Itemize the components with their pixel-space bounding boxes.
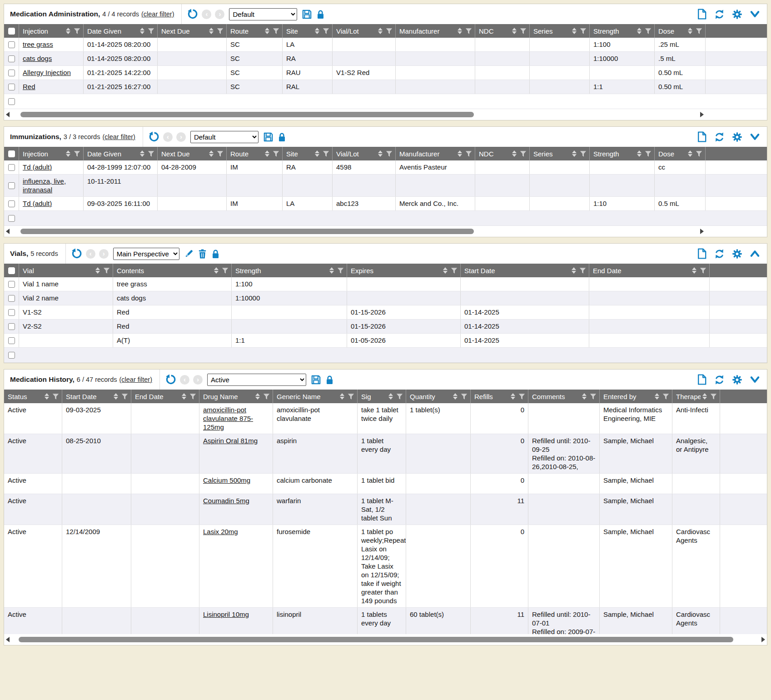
sort-icon[interactable] — [45, 393, 49, 400]
sort-icon[interactable] — [209, 150, 214, 157]
sort-icon[interactable] — [95, 267, 100, 274]
prev-page-icon[interactable]: ‹ — [180, 375, 189, 385]
filter-icon[interactable] — [645, 150, 652, 157]
prev-page-icon[interactable]: ‹ — [163, 132, 173, 142]
scroll-left-icon[interactable] — [6, 229, 10, 234]
column-header-series[interactable]: Series — [530, 24, 590, 38]
filter-icon[interactable] — [696, 28, 702, 35]
row-checkbox[interactable] — [8, 323, 15, 330]
filter-icon[interactable] — [148, 150, 154, 157]
injection-link[interactable]: Td (adult) — [23, 163, 52, 171]
column-header-contents[interactable]: Contents — [113, 264, 232, 277]
row-checkbox[interactable] — [8, 41, 15, 48]
column-header-vial[interactable]: Vial — [19, 264, 113, 277]
column-header-route[interactable]: Route — [227, 147, 283, 160]
filter-icon[interactable] — [580, 28, 587, 35]
sort-icon[interactable] — [511, 393, 515, 400]
sort-icon[interactable] — [329, 267, 334, 274]
horizontal-scrollbar[interactable] — [4, 635, 767, 644]
next-page-icon[interactable]: › — [193, 375, 203, 385]
lock-icon[interactable] — [316, 9, 325, 20]
column-header-start-date[interactable]: Start Date — [461, 264, 589, 277]
prev-page-icon[interactable]: ‹ — [202, 10, 211, 19]
filter-icon[interactable] — [222, 267, 229, 274]
gear-icon[interactable] — [732, 249, 742, 259]
column-header-site[interactable]: Site — [283, 24, 333, 38]
save-icon[interactable] — [263, 132, 274, 142]
sort-icon[interactable] — [458, 150, 462, 157]
scrollbar-thumb[interactable] — [19, 637, 733, 642]
sort-icon[interactable] — [214, 267, 219, 274]
sort-icon[interactable] — [265, 150, 269, 157]
sort-icon[interactable] — [66, 28, 70, 34]
undo-icon[interactable] — [187, 9, 198, 20]
sort-icon[interactable] — [265, 28, 269, 34]
row-checkbox[interactable] — [8, 281, 15, 288]
filter-icon[interactable] — [461, 393, 468, 400]
filter-icon[interactable] — [696, 150, 702, 157]
sort-icon[interactable] — [637, 150, 642, 157]
drug-name-link[interactable]: Aspirin Oral 81mg — [203, 437, 258, 445]
filter-icon[interactable] — [590, 393, 597, 400]
next-page-icon[interactable]: › — [176, 132, 186, 142]
scrollbar-track[interactable] — [11, 636, 760, 643]
row-checkbox[interactable] — [8, 84, 15, 90]
column-header-ndc[interactable]: NDC — [475, 147, 530, 160]
clear-filter-link[interactable]: (clear filter) — [141, 10, 174, 18]
filter-icon[interactable] — [217, 150, 224, 157]
filter-icon[interactable] — [52, 393, 59, 400]
chevron-down-icon[interactable] — [750, 132, 760, 141]
injection-link[interactable]: tree grass — [23, 40, 53, 48]
sort-icon[interactable] — [453, 393, 458, 400]
sort-icon[interactable] — [692, 267, 696, 274]
column-header-status[interactable]: Status — [4, 390, 62, 403]
filter-icon[interactable] — [263, 393, 270, 400]
row-checkbox[interactable] — [8, 182, 15, 189]
column-header-dose[interactable]: Dose — [655, 147, 706, 160]
sort-icon[interactable] — [378, 28, 383, 34]
chevron-down-icon[interactable] — [750, 10, 760, 19]
row-checkbox[interactable] — [8, 200, 15, 207]
scroll-right-icon[interactable] — [700, 112, 704, 117]
scrollbar-track[interactable] — [11, 111, 698, 118]
gear-icon[interactable] — [732, 375, 742, 385]
filter-icon[interactable] — [103, 267, 110, 274]
sort-icon[interactable] — [114, 393, 118, 400]
sort-icon[interactable] — [512, 150, 517, 157]
column-header-ndc[interactable]: NDC — [475, 24, 530, 38]
lock-icon[interactable] — [211, 249, 220, 259]
sort-icon[interactable] — [378, 150, 383, 157]
column-header-therapeuti[interactable]: Therapeuti — [672, 390, 720, 403]
sort-icon[interactable] — [458, 28, 462, 34]
filter-icon[interactable] — [451, 267, 458, 274]
filter-icon[interactable] — [189, 393, 196, 400]
sort-icon[interactable] — [688, 28, 692, 34]
column-header-vial-lot[interactable]: Vial/Lot — [333, 24, 396, 38]
sort-icon[interactable] — [572, 150, 577, 157]
scrollbar-thumb[interactable] — [20, 112, 474, 117]
perspective-select[interactable]: Active — [207, 374, 306, 386]
sort-icon[interactable] — [702, 393, 707, 400]
sort-icon[interactable] — [209, 28, 214, 34]
save-icon[interactable] — [302, 9, 312, 20]
column-header-manufacturer[interactable]: Manufacturer — [396, 147, 475, 160]
filter-icon[interactable] — [217, 28, 224, 35]
filter-icon[interactable] — [348, 393, 354, 400]
sort-icon[interactable] — [637, 28, 642, 34]
column-header-quantity[interactable]: Quantity — [406, 390, 471, 403]
filter-icon[interactable] — [121, 393, 128, 400]
filter-icon[interactable] — [148, 28, 154, 35]
filter-icon[interactable] — [386, 28, 393, 35]
perspective-select[interactable]: Default — [190, 131, 259, 143]
column-header-generic-name[interactable]: Generic Name — [273, 390, 358, 403]
next-page-icon[interactable]: › — [215, 10, 224, 19]
row-checkbox[interactable] — [8, 337, 15, 344]
scroll-left-icon[interactable] — [6, 112, 10, 117]
lock-icon[interactable] — [277, 132, 287, 142]
scrollbar-track[interactable] — [11, 228, 698, 235]
filter-icon[interactable] — [74, 150, 80, 157]
column-header-strength[interactable]: Strength — [590, 147, 655, 160]
filter-icon[interactable] — [386, 150, 393, 157]
drug-name-link[interactable]: amoxicillin-pot clavulanate 875-125mg — [203, 406, 253, 431]
column-header-end-date[interactable]: End Date — [589, 264, 710, 277]
